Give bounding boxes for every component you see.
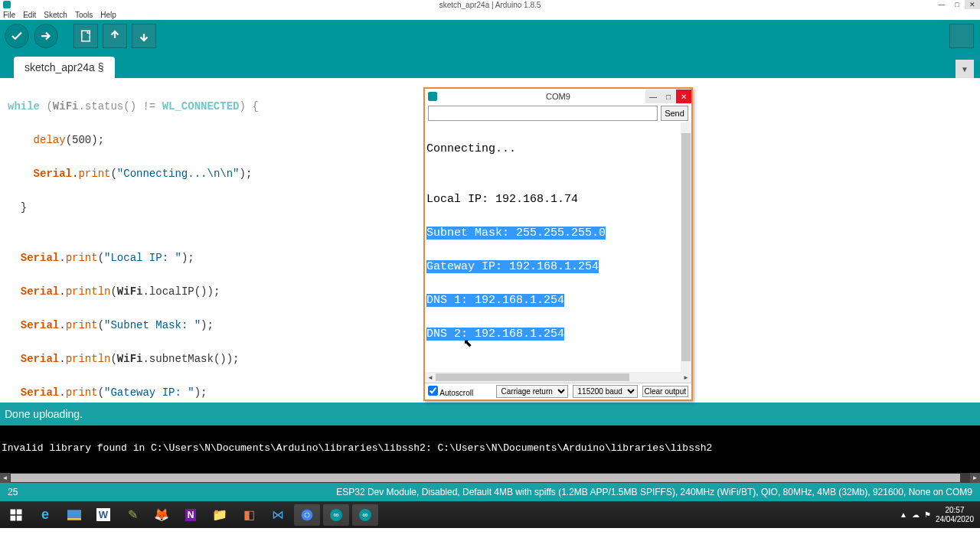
- menu-tools[interactable]: Tools: [75, 11, 93, 19]
- tabs-dropdown[interactable]: ▼: [956, 60, 974, 78]
- t: (: [110, 285, 116, 298]
- serial-line-selected: Gateway IP: 192.168.1.254: [426, 260, 599, 273]
- window-minimize-button[interactable]: —: [934, 0, 949, 9]
- baud-select[interactable]: 115200 baud: [573, 385, 638, 398]
- svg-rect-3: [17, 509, 22, 514]
- t: .: [59, 353, 65, 365]
- t: .subnetMask());: [142, 353, 239, 365]
- taskbar-vscode-icon[interactable]: ⋈: [265, 504, 291, 526]
- taskbar-ie-icon[interactable]: e: [32, 504, 58, 526]
- tray-up-icon[interactable]: ▲: [900, 510, 907, 519]
- t: print: [66, 252, 98, 264]
- taskbar-chrome-icon[interactable]: [294, 504, 320, 526]
- t: Serial: [21, 353, 59, 365]
- footer-line-number: 25: [8, 487, 18, 497]
- upload-button[interactable]: [34, 24, 58, 48]
- t: delay: [34, 134, 66, 146]
- console-output[interactable]: Invalid library found in C:\Users\N\Docu…: [0, 425, 980, 473]
- serial-output[interactable]: Connecting... Local IP: 192.168.1.74 Sub…: [425, 122, 681, 372]
- t: (: [110, 353, 116, 365]
- taskbar-firefox-icon[interactable]: 🦊: [149, 504, 175, 526]
- menu-sketch[interactable]: Sketch: [44, 11, 67, 19]
- t: .: [59, 386, 65, 399]
- t: Serial: [21, 319, 59, 331]
- t: [8, 319, 21, 331]
- t: (500);: [66, 134, 104, 146]
- serial-footer: Autoscroll Carriage return 115200 baud C…: [425, 383, 691, 399]
- autoscroll-checkbox[interactable]: Autoscroll: [428, 386, 473, 397]
- menu-file[interactable]: File: [3, 11, 15, 19]
- t: Serial: [21, 285, 59, 298]
- serial-hscroll[interactable]: ◄ ►: [425, 372, 691, 383]
- menu-help[interactable]: Help: [100, 11, 116, 19]
- serial-titlebar[interactable]: COM9 — □ ✕: [425, 89, 691, 104]
- serial-input[interactable]: [428, 106, 658, 121]
- taskbar-arduino2-icon[interactable]: ∞: [352, 504, 378, 526]
- footer-board-info: ESP32 Dev Module, Disabled, Default 4MB …: [336, 487, 972, 497]
- taskbar-arduino-icon[interactable]: ∞: [323, 504, 349, 526]
- serial-close-button[interactable]: ✕: [676, 90, 691, 103]
- scroll-thumb[interactable]: [681, 133, 691, 361]
- scroll-right-icon[interactable]: ►: [681, 372, 691, 383]
- serial-line: Local IP: 192.168.1.74: [426, 191, 681, 208]
- tray-clock[interactable]: 20:57 24/04/2020: [936, 506, 974, 524]
- console-scrollbar[interactable]: ◄ ►: [0, 473, 980, 483]
- t: print: [78, 168, 110, 180]
- t: .: [59, 252, 65, 264]
- arduino-icon: [3, 1, 11, 8]
- t: while: [8, 100, 40, 112]
- t: .: [59, 285, 65, 298]
- tab-label: sketch_apr24a §: [24, 61, 104, 73]
- verify-button[interactable]: [5, 24, 29, 48]
- serial-monitor-button[interactable]: [949, 24, 974, 48]
- t: (: [40, 100, 53, 112]
- t: (: [98, 386, 104, 399]
- serial-vscroll[interactable]: [681, 122, 691, 372]
- t: .: [59, 319, 65, 331]
- scroll-left-icon[interactable]: ◄: [425, 372, 436, 383]
- t: Serial: [21, 386, 59, 399]
- t: [8, 168, 34, 180]
- svg-rect-4: [11, 515, 16, 520]
- serial-line-selected: DNS 2: 192.168.1.254: [426, 328, 564, 341]
- arduino-icon: [428, 92, 437, 101]
- taskbar-onenote-icon[interactable]: N: [178, 504, 204, 526]
- line-ending-select[interactable]: Carriage return: [496, 385, 568, 398]
- t: [8, 134, 34, 146]
- tray-flag-icon[interactable]: ⚑: [924, 510, 931, 519]
- taskbar-explorer-icon[interactable]: 📁: [207, 504, 233, 526]
- t: "Connecting...\n\n": [117, 168, 240, 180]
- serial-send-button[interactable]: Send: [661, 106, 688, 121]
- window-close-button[interactable]: ✕: [965, 0, 980, 9]
- tab-sketch[interactable]: sketch_apr24a §: [14, 57, 115, 78]
- t: print: [66, 386, 98, 399]
- scroll-left-icon[interactable]: ◄: [0, 473, 10, 483]
- app-title: sketch_apr24a | Arduino 1.8.5: [439, 1, 541, 9]
- svg-rect-6: [67, 510, 81, 518]
- tray-onedrive-icon[interactable]: ☁: [912, 510, 920, 519]
- scroll-thumb[interactable]: [11, 474, 960, 482]
- taskbar-app-icon[interactable]: ◧: [236, 504, 262, 526]
- window-maximize-button[interactable]: □: [949, 0, 965, 9]
- scroll-right-icon[interactable]: ►: [970, 473, 980, 483]
- t: Serial: [21, 252, 59, 264]
- save-sketch-button[interactable]: [132, 24, 156, 48]
- app-titlebar: sketch_apr24a | Arduino 1.8.5 — □ ✕: [0, 0, 980, 9]
- svg-rect-0: [82, 31, 90, 41]
- clock-time: 20:57: [936, 506, 974, 515]
- start-button[interactable]: [3, 504, 29, 526]
- menu-edit[interactable]: Edit: [23, 11, 36, 19]
- taskbar-word-icon[interactable]: W: [90, 504, 116, 526]
- t: println: [66, 285, 111, 298]
- scroll-thumb[interactable]: [436, 373, 629, 381]
- taskbar-desktop-icon[interactable]: [61, 504, 87, 526]
- taskbar-notepadpp-icon[interactable]: ✎: [119, 504, 145, 526]
- clear-output-button[interactable]: Clear output: [642, 386, 688, 397]
- t: [8, 285, 21, 298]
- new-sketch-button[interactable]: [74, 24, 98, 48]
- t: );: [181, 252, 194, 264]
- windows-taskbar: e W ✎ 🦊 N 📁 ◧ ⋈ ∞ ∞ ▲ ☁ ⚑ 20:57 24/04/20…: [0, 501, 980, 528]
- serial-maximize-button[interactable]: □: [661, 90, 676, 103]
- serial-minimize-button[interactable]: —: [645, 90, 661, 103]
- open-sketch-button[interactable]: [103, 24, 127, 48]
